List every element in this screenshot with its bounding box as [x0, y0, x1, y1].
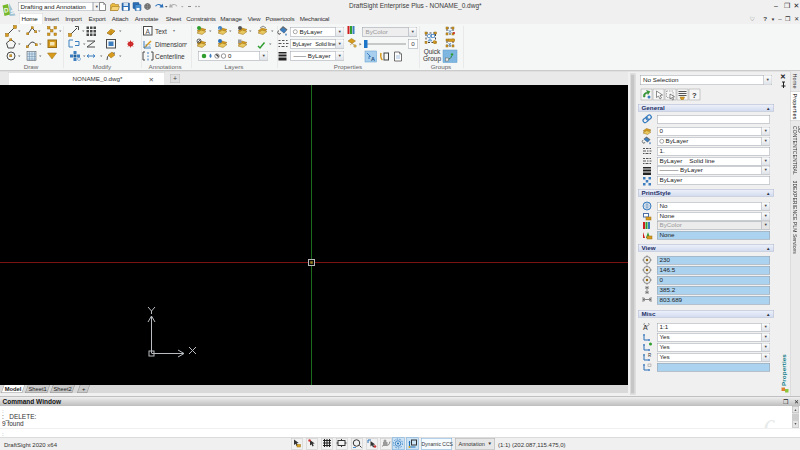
svg-text:A: A	[146, 28, 151, 35]
svg-text:?: ?	[692, 91, 697, 100]
svg-text:R: R	[648, 353, 652, 358]
svg-text:1.2: 1.2	[145, 43, 151, 48]
svg-text:0: 0	[228, 53, 232, 59]
svg-text:A: A	[371, 56, 375, 62]
svg-text:A: A	[643, 324, 648, 331]
